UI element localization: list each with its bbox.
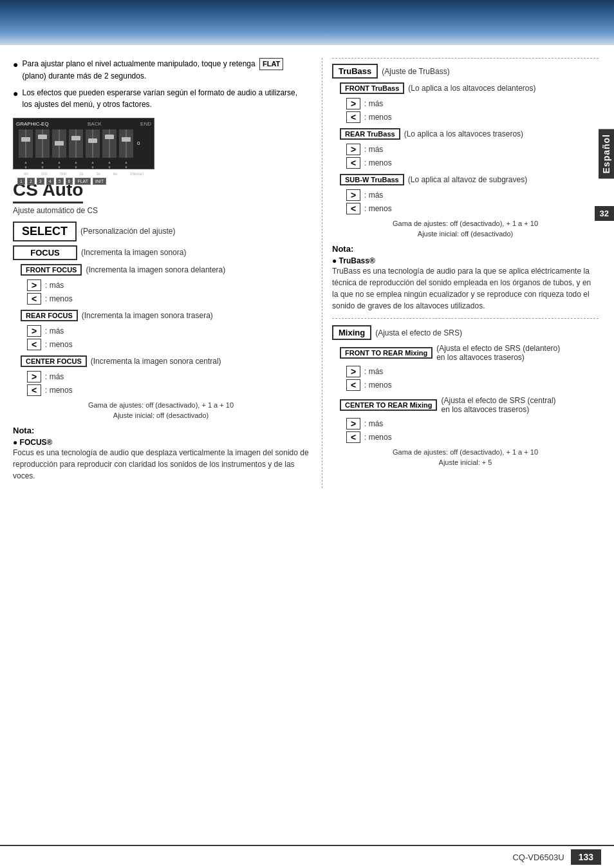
subw-trubass-box[interactable]: SUB-W TruBass xyxy=(340,174,404,185)
front-rear-mixing-box[interactable]: FRONT TO REAR Mixing xyxy=(340,347,433,359)
center-focus-box[interactable]: CENTER FOCUS xyxy=(21,355,87,367)
center-rear-mixing-row: CENTER TO REAR Mixing (Ajusta el efecto … xyxy=(340,396,599,414)
eq-btn-4[interactable]: 4 xyxy=(46,178,54,185)
eq-slider-1[interactable]: ▲ ▼ xyxy=(19,129,33,158)
eq-slider-4[interactable]: ▲ ▼ xyxy=(69,129,83,158)
mixing-divider xyxy=(332,318,599,319)
eq-btn-2[interactable]: 2 xyxy=(27,178,35,185)
front-trubass-less-btn[interactable]: < xyxy=(346,111,360,123)
select-box[interactable]: SELECT xyxy=(13,222,77,241)
center-focus-less-label: : menos xyxy=(45,386,73,395)
cs-auto-section: CS Auto Ajuste automático de CS SELECT (… xyxy=(13,180,309,482)
subw-trubass-desc: (Lo aplica al altavoz de subgraves) xyxy=(408,175,527,184)
center-rear-mixing-more-row: > : más xyxy=(346,418,599,429)
select-desc: (Personalización del ajuste) xyxy=(80,227,175,236)
trubass-range-2: Ajuste inicial: off (desactivado) xyxy=(332,230,599,238)
center-rear-mixing-desc-block: (Ajusta el efecto de SRS (central) en lo… xyxy=(441,396,555,414)
front-rear-mixing-desc-2: en los altavoces traseros) xyxy=(436,353,560,362)
front-rear-mixing-desc-1: (Ajusta el efecto de SRS (delantero) xyxy=(436,344,560,353)
eq-slider-7[interactable]: ▲ ▼ xyxy=(119,129,133,158)
rear-trubass-more-btn[interactable]: > xyxy=(346,144,360,155)
front-rear-mixing-more-label: : más xyxy=(364,367,383,376)
front-rear-mixing-less-row: < : menos xyxy=(346,379,599,391)
eq-btn-6[interactable]: 6 xyxy=(66,178,73,185)
front-trubass-less-label: : menos xyxy=(364,113,392,122)
rear-trubass-less-label: : menos xyxy=(364,158,392,167)
eq-slider-6[interactable]: ▲ ▼ xyxy=(102,129,116,158)
left-column: ● Para ajustar plano el nivel actualment… xyxy=(13,58,309,488)
trubass-desc: (Ajuste de TruBass) xyxy=(382,67,449,76)
center-rear-mixing-less-btn[interactable]: < xyxy=(346,431,360,443)
mixing-box[interactable]: Mixing xyxy=(332,325,371,340)
eq-btn-flat[interactable]: FLAT xyxy=(75,178,91,185)
subw-trubass-more-btn[interactable]: > xyxy=(346,189,360,201)
eq-back: BACK xyxy=(88,121,102,127)
center-rear-mixing-more-btn[interactable]: > xyxy=(346,418,360,429)
eq-slider-5[interactable]: ▲ ▼ xyxy=(86,129,100,158)
center-focus-more-row: > : más xyxy=(27,371,309,382)
eq-freq-labels: 60 150 500 1k 3k 6k 15k(Hz) xyxy=(16,172,151,176)
mixing-desc: (Ajusta el efecto de SRS) xyxy=(375,328,462,337)
rear-focus-row: REAR FOCUS (Incrementa la imagen sonora … xyxy=(21,310,309,321)
subw-trubass-section: SUB-W TruBass (Lo aplica al altavoz de s… xyxy=(340,174,599,214)
trubass-nota-heading: Nota: xyxy=(332,244,599,254)
eq-title: GRAPHIC-EQ xyxy=(16,121,49,127)
front-focus-more-btn[interactable]: > xyxy=(27,279,41,291)
focus-desc: (Incrementa la imagen sonora) xyxy=(81,248,186,257)
eq-btn-1[interactable]: 1 xyxy=(17,178,25,185)
eq-sliders-row: ▲ ▼ ▲ ▼ ▲ ▼ ▲ xyxy=(16,128,151,159)
center-focus-desc: (Incrementa la imagen sonora central) xyxy=(91,357,221,366)
front-focus-more-label: : más xyxy=(45,281,64,290)
rear-trubass-less-btn[interactable]: < xyxy=(346,157,360,169)
center-rear-mixing-desc-2: en los altavoces traseros) xyxy=(441,405,555,414)
subw-trubass-more-label: : más xyxy=(364,191,383,200)
center-focus-less-row: < : menos xyxy=(27,384,309,396)
rear-focus-less-btn[interactable]: < xyxy=(27,339,41,350)
trubass-nota-text: TruBass es una tecnología de audio para … xyxy=(332,265,599,312)
center-focus-less-btn[interactable]: < xyxy=(27,384,41,396)
rear-trubass-row: REAR TruBass (Lo aplica a los altavoces … xyxy=(340,128,599,140)
rear-focus-box[interactable]: REAR FOCUS xyxy=(21,310,78,321)
trubass-top-divider xyxy=(332,58,599,59)
subw-trubass-less-btn[interactable]: < xyxy=(346,203,360,214)
eq-slider-2[interactable]: ▲ ▼ xyxy=(35,129,50,158)
focus-box[interactable]: FOCUS xyxy=(13,245,77,260)
rear-focus-less-label: : menos xyxy=(45,340,73,349)
center-rear-mixing-less-row: < : menos xyxy=(346,431,599,443)
center-rear-mixing-box[interactable]: CENTER TO REAR Mixing xyxy=(340,399,437,411)
eq-btn-3[interactable]: 3 xyxy=(37,178,44,185)
center-rear-mixing-section: CENTER TO REAR Mixing (Ajusta el efecto … xyxy=(340,396,599,443)
eq-btn-5[interactable]: 5 xyxy=(56,178,64,185)
front-trubass-box[interactable]: FRONT TruBass xyxy=(340,82,404,94)
bullet-dot-1: ● xyxy=(13,58,18,71)
nota-text: Focus es una tecnología de audio que des… xyxy=(13,447,309,482)
rear-trubass-box[interactable]: REAR TruBass xyxy=(340,128,400,140)
front-rear-mixing-less-btn[interactable]: < xyxy=(346,379,360,391)
eq-btn-init[interactable]: INIT xyxy=(93,178,106,185)
front-focus-less-btn[interactable]: < xyxy=(27,293,41,305)
eq-top-bar: GRAPHIC-EQ BACK END xyxy=(16,121,151,127)
center-focus-section: CENTER FOCUS (Incrementa la imagen sonor… xyxy=(21,355,309,396)
front-rear-mixing-section: FRONT TO REAR Mixing (Ajusta el efecto d… xyxy=(340,344,599,391)
rear-focus-more-label: : más xyxy=(45,326,64,335)
main-content: ● Para ajustar plano el nivel actualment… xyxy=(0,45,614,495)
trubass-section: TruBass (Ajuste de TruBass) FRONT TruBas… xyxy=(332,64,599,312)
eq-slider-3[interactable]: ▲ ▼ xyxy=(52,129,66,158)
footer: CQ-VD6503U 133 xyxy=(0,845,614,868)
front-rear-mixing-more-btn[interactable]: > xyxy=(346,366,360,377)
footer-model: CQ-VD6503U xyxy=(512,853,564,862)
front-trubass-desc: (Lo aplica a los altavoces delanteros) xyxy=(408,84,535,93)
front-trubass-more-btn[interactable]: > xyxy=(346,98,360,109)
trubass-box[interactable]: TruBass xyxy=(332,64,378,79)
subw-trubass-less-label: : menos xyxy=(364,204,392,213)
front-focus-box[interactable]: FRONT FOCUS xyxy=(21,264,82,276)
bullet-item-2: ● Los efectos que pueden esperarse varía… xyxy=(13,87,309,110)
subw-trubass-row: SUB-W TruBass (Lo aplica al altavoz de s… xyxy=(340,174,599,185)
select-row: SELECT (Personalización del ajuste) xyxy=(13,222,309,241)
rear-focus-more-btn[interactable]: > xyxy=(27,325,41,337)
rear-trubass-less-row: < : menos xyxy=(346,157,599,169)
trubass-nota-section: Nota: ● TruBass® TruBass es una tecnolog… xyxy=(332,244,599,312)
front-focus-row: FRONT FOCUS (Incrementa la imagen sonora… xyxy=(21,264,309,276)
rear-trubass-more-label: : más xyxy=(364,145,383,154)
center-focus-more-btn[interactable]: > xyxy=(27,371,41,382)
